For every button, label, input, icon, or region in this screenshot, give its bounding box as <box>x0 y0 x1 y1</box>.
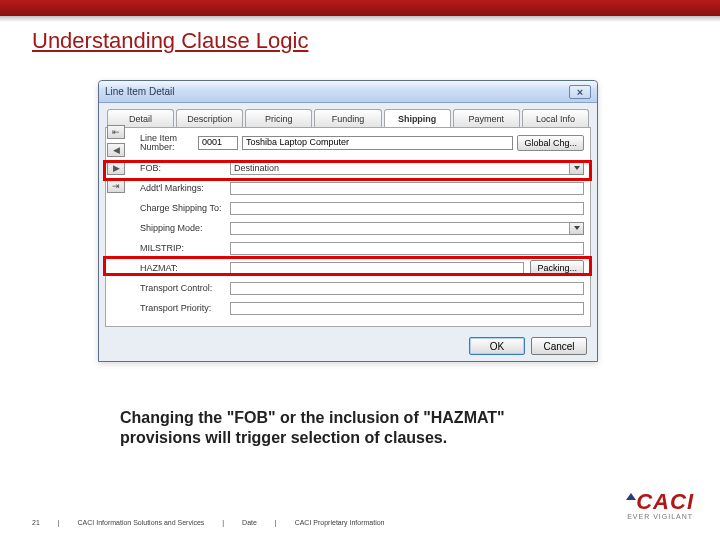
nav-prev-icon[interactable]: ◀ <box>107 143 125 157</box>
field-input[interactable] <box>230 182 584 195</box>
field-label: MILSTRIP: <box>140 243 230 253</box>
page-number: 21 <box>32 519 40 526</box>
footer-date: Date <box>242 519 257 526</box>
tab-description[interactable]: Description <box>176 109 243 127</box>
nav-first-icon[interactable]: ⇤ <box>107 125 125 139</box>
dialog-actions: OK Cancel <box>105 337 591 355</box>
global-change-button[interactable]: Global Chg... <box>517 135 584 151</box>
field-row-charge-shipping-to: Charge Shipping To: <box>112 198 584 218</box>
line-item-number-label: Line Item Number: <box>140 134 194 152</box>
line-item-detail-dialog: Line Item Detail × DetailDescriptionPric… <box>98 80 598 362</box>
field-input[interactable] <box>230 262 524 275</box>
tab-shipping[interactable]: Shipping <box>384 109 451 127</box>
field-input[interactable]: Destination <box>230 162 570 175</box>
field-grid: FOB:DestinationAddt'l Markings:Charge Sh… <box>112 158 584 318</box>
field-input[interactable] <box>230 282 584 295</box>
caci-logo: CACI EVER VIGILANT <box>626 489 694 520</box>
ok-button[interactable]: OK <box>469 337 525 355</box>
slide-footer: 21 | CACI Information Solutions and Serv… <box>24 519 393 526</box>
chevron-down-icon[interactable] <box>570 222 584 235</box>
tab-panel-shipping: ⇤ ◀ ▶ ⇥ Line Item Number: 0001 Toshiba L… <box>105 127 591 327</box>
field-row-fob: FOB:Destination <box>112 158 584 178</box>
field-row-transport-control: Transport Control: <box>112 278 584 298</box>
field-label: HAZMAT: <box>140 263 230 273</box>
line-item-desc-field[interactable]: Toshiba Laptop Computer <box>242 136 513 150</box>
chevron-down-icon[interactable] <box>570 162 584 175</box>
field-input[interactable] <box>230 222 570 235</box>
packing-button[interactable]: Packing... <box>530 260 584 276</box>
footer-org: CACI Information Solutions and Services <box>78 519 205 526</box>
field-input[interactable] <box>230 242 584 255</box>
tab-strip: DetailDescriptionPricingFundingShippingP… <box>107 109 589 127</box>
brand-top-bar <box>0 0 720 16</box>
field-label: Transport Control: <box>140 283 230 293</box>
tab-funding[interactable]: Funding <box>314 109 381 127</box>
dialog-titlebar: Line Item Detail × <box>99 81 597 103</box>
field-row-shipping-mode: Shipping Mode: <box>112 218 584 238</box>
field-label: Transport Priority: <box>140 303 230 313</box>
tab-pricing[interactable]: Pricing <box>245 109 312 127</box>
close-icon[interactable]: × <box>569 85 591 99</box>
slide-caption: Changing the "FOB" or the inclusion of "… <box>120 408 580 448</box>
field-row-hazmat: HAZMAT:Packing... <box>112 258 584 278</box>
field-row-milstrip: MILSTRIP: <box>112 238 584 258</box>
dialog-body: DetailDescriptionPricingFundingShippingP… <box>99 103 597 361</box>
field-row-addtl-markings: Addt'l Markings: <box>112 178 584 198</box>
dialog-title: Line Item Detail <box>105 86 174 97</box>
slide-title: Understanding Clause Logic <box>32 28 308 54</box>
brand-shadow <box>0 16 720 22</box>
field-input[interactable] <box>230 302 584 315</box>
line-item-row: Line Item Number: 0001 Toshiba Laptop Co… <box>140 134 584 152</box>
field-label: Charge Shipping To: <box>140 203 230 213</box>
logo-star-icon <box>626 493 636 500</box>
field-row-transport-priority: Transport Priority: <box>112 298 584 318</box>
line-item-number-field[interactable]: 0001 <box>198 136 238 150</box>
field-label: FOB: <box>140 163 230 173</box>
field-label: Addt'l Markings: <box>140 183 230 193</box>
field-input[interactable] <box>230 202 584 215</box>
footer-classification: CACI Proprietary Information <box>295 519 385 526</box>
tab-local-info[interactable]: Local Info <box>522 109 589 127</box>
cancel-button[interactable]: Cancel <box>531 337 587 355</box>
tab-payment[interactable]: Payment <box>453 109 520 127</box>
field-label: Shipping Mode: <box>140 223 230 233</box>
